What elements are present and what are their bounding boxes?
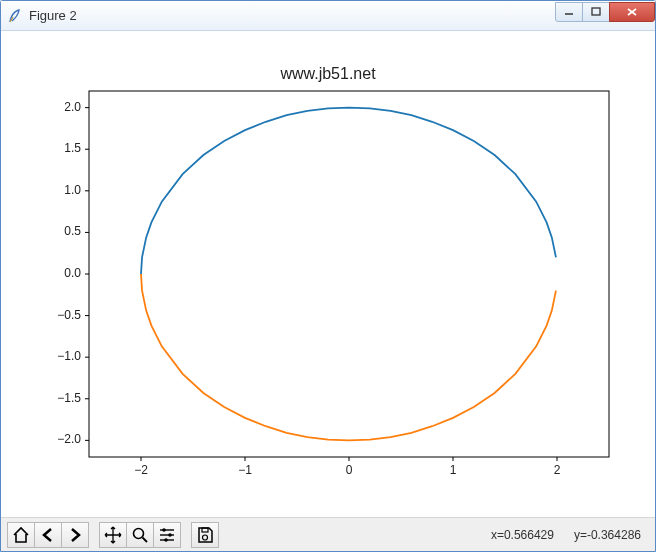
y-tick-label: 0.5 bbox=[41, 224, 81, 238]
home-button[interactable] bbox=[7, 522, 35, 548]
svg-rect-27 bbox=[202, 528, 208, 532]
move-icon bbox=[104, 526, 122, 544]
maximize-button[interactable] bbox=[582, 2, 610, 22]
status-coords: x=0.566429 y=-0.364286 bbox=[491, 528, 649, 542]
window-buttons bbox=[556, 2, 655, 22]
plot-canvas[interactable]: www.jb51.net −2.0−1.5−1.0−0.50.00.51.01.… bbox=[9, 39, 647, 517]
y-tick-label: 2.0 bbox=[41, 100, 81, 114]
titlebar[interactable]: Figure 2 bbox=[1, 1, 655, 31]
svg-point-24 bbox=[168, 533, 172, 537]
svg-rect-1 bbox=[592, 8, 600, 15]
chart-svg bbox=[9, 39, 645, 509]
magnifier-icon bbox=[131, 526, 149, 544]
toolbar: x=0.566429 y=-0.364286 bbox=[1, 517, 655, 551]
y-tick-label: −0.5 bbox=[41, 308, 81, 322]
svg-point-26 bbox=[164, 538, 168, 542]
save-button[interactable] bbox=[191, 522, 219, 548]
figure-window: Figure 2 www.jb51.net −2.0−1.5−1.0−0.50.… bbox=[0, 0, 656, 552]
svg-rect-4 bbox=[89, 91, 609, 457]
x-tick-label: −1 bbox=[230, 463, 260, 477]
configure-button[interactable] bbox=[153, 522, 181, 548]
arrow-right-icon bbox=[66, 526, 84, 544]
window-title: Figure 2 bbox=[29, 8, 556, 23]
save-icon bbox=[196, 526, 214, 544]
series-lower-arc bbox=[141, 274, 556, 440]
status-y: y=-0.364286 bbox=[574, 528, 641, 542]
back-button[interactable] bbox=[34, 522, 62, 548]
tk-feather-icon bbox=[7, 8, 23, 24]
y-tick-label: −1.0 bbox=[41, 349, 81, 363]
y-tick-label: 1.5 bbox=[41, 141, 81, 155]
x-tick-label: 0 bbox=[334, 463, 364, 477]
y-tick-label: −1.5 bbox=[41, 391, 81, 405]
x-tick-label: 1 bbox=[438, 463, 468, 477]
svg-point-22 bbox=[162, 528, 166, 532]
x-tick-label: 2 bbox=[542, 463, 572, 477]
y-tick-label: 1.0 bbox=[41, 183, 81, 197]
close-button[interactable] bbox=[609, 2, 655, 22]
home-icon bbox=[12, 526, 30, 544]
maximize-icon bbox=[591, 7, 601, 17]
minimize-icon bbox=[564, 7, 574, 17]
y-tick-label: 0.0 bbox=[41, 266, 81, 280]
svg-point-19 bbox=[134, 528, 144, 538]
series-upper-arc bbox=[141, 108, 556, 274]
y-tick-label: −2.0 bbox=[41, 432, 81, 446]
arrow-left-icon bbox=[39, 526, 57, 544]
svg-point-28 bbox=[203, 535, 208, 540]
sliders-icon bbox=[158, 526, 176, 544]
zoom-button[interactable] bbox=[126, 522, 154, 548]
status-x: x=0.566429 bbox=[491, 528, 554, 542]
svg-line-20 bbox=[143, 537, 148, 542]
x-tick-label: −2 bbox=[126, 463, 156, 477]
minimize-button[interactable] bbox=[555, 2, 583, 22]
forward-button[interactable] bbox=[61, 522, 89, 548]
pan-button[interactable] bbox=[99, 522, 127, 548]
close-icon bbox=[626, 7, 638, 17]
